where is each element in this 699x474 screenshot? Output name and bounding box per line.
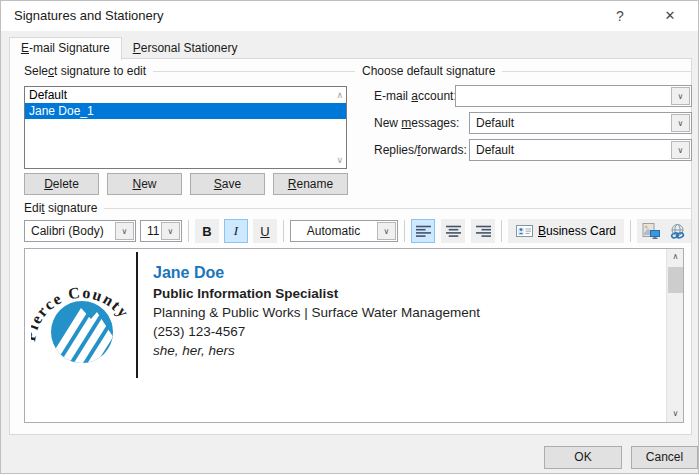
list-item-jane-doe-1[interactable]: Jane Doe_1 (25, 103, 346, 119)
tab-personal-stationery[interactable]: Personal Stationery (122, 38, 249, 59)
email-account-select[interactable]: ∨ (455, 85, 692, 107)
email-signature-tab-page: Select signature to edit Default Jane Do… (9, 58, 692, 435)
chevron-down-icon[interactable]: ∨ (671, 114, 690, 132)
align-right-icon (476, 225, 491, 237)
chevron-down-icon[interactable]: ∨ (336, 155, 343, 165)
chevron-down-icon[interactable]: ∨ (161, 222, 180, 240)
replies-forwards-select[interactable]: Default ∨ (469, 139, 692, 161)
underline-button[interactable]: U (253, 219, 277, 243)
signatures-and-stationery-dialog: Signatures and Stationery ? ✕ E-mail Sig… (0, 0, 699, 474)
formatting-toolbar: Calibri (Body) ∨ 11 ∨ B I U Automatic ∨ (24, 217, 692, 245)
rename-button[interactable]: Rename (273, 173, 348, 195)
signature-editor[interactable]: Pierce County Jane Doe Public Informatio… (24, 248, 684, 423)
chevron-down-icon[interactable]: ∨ (667, 406, 684, 422)
replies-forwards-label: Replies/forwards: (374, 139, 467, 161)
signature-pronouns: she, her, hers (153, 341, 480, 360)
insert-hyperlink-button[interactable] (664, 219, 691, 243)
bold-button[interactable]: B (195, 219, 219, 243)
font-color-select[interactable]: Automatic ∨ (290, 220, 398, 242)
signature-phone: (253) 123-4567 (153, 322, 480, 341)
align-right-button[interactable] (471, 219, 495, 243)
font-color-value: Automatic (291, 221, 376, 241)
ok-button[interactable]: OK (544, 446, 622, 469)
editor-scrollbar[interactable]: ∧ ∨ (666, 249, 683, 422)
delete-button[interactable]: Delete (24, 173, 99, 195)
signature-divider (136, 252, 138, 378)
insert-picture-icon (642, 223, 660, 239)
edit-signature-group-label: Edit signature (24, 201, 692, 215)
align-center-icon (446, 225, 461, 237)
default-signature-group-label: Choose default signature (362, 64, 692, 78)
toolbar-separator (283, 220, 284, 242)
new-messages-value: Default (470, 113, 670, 133)
toolbar-separator (501, 220, 502, 242)
tab-email-signature[interactable]: E-mail Signature (9, 37, 122, 60)
business-card-icon (516, 225, 533, 237)
select-signature-group-label: Select signature to edit (24, 64, 355, 78)
chevron-up-icon[interactable]: ∧ (667, 249, 684, 265)
scrollbar-thumb[interactable] (668, 267, 683, 293)
align-center-button[interactable] (441, 219, 465, 243)
save-button[interactable]: Save (190, 173, 265, 195)
title-bar: Signatures and Stationery ? ✕ (1, 1, 698, 31)
toolbar-separator (404, 220, 405, 242)
signature-job-title: Public Information Specialist (153, 284, 480, 303)
tab-strip: E-mail Signature Personal Stationery (9, 37, 248, 59)
chevron-down-icon[interactable]: ∨ (671, 87, 690, 105)
dialog-title: Signatures and Stationery (14, 1, 164, 31)
signature-name: Jane Doe (153, 262, 480, 284)
font-size-select[interactable]: 11 ∨ (140, 220, 182, 242)
pierce-county-logo: Pierce County (31, 255, 133, 379)
help-icon[interactable]: ? (604, 1, 636, 31)
signature-button-row: Delete New Save Rename (24, 173, 348, 195)
insert-picture-button[interactable] (637, 219, 664, 243)
toolbar-separator (188, 220, 189, 242)
cancel-button[interactable]: Cancel (631, 446, 698, 469)
italic-button[interactable]: I (224, 219, 248, 243)
email-account-value (456, 86, 670, 106)
business-card-button[interactable]: Business Card (508, 219, 624, 243)
font-size-value: 11 (141, 221, 160, 241)
toolbar-separator (630, 220, 631, 242)
chevron-down-icon[interactable]: ∨ (377, 222, 396, 240)
font-value: Calibri (Body) (25, 221, 114, 241)
new-messages-label: New messages: (374, 112, 459, 134)
new-button[interactable]: New (107, 173, 182, 195)
signature-list[interactable]: Default Jane Doe_1 ∧ ∨ (24, 86, 347, 169)
align-left-button[interactable] (411, 219, 435, 243)
replies-forwards-value: Default (470, 140, 670, 160)
signature-text-block: Jane Doe Public Information Specialist P… (153, 262, 480, 360)
font-select[interactable]: Calibri (Body) ∨ (24, 220, 136, 242)
new-messages-select[interactable]: Default ∨ (469, 112, 692, 134)
list-item-default[interactable]: Default (25, 87, 346, 103)
email-account-label: E-mail account: (374, 85, 457, 107)
close-icon[interactable]: ✕ (654, 1, 686, 31)
chevron-down-icon[interactable]: ∨ (671, 141, 690, 159)
signature-department: Planning & Public Works | Surface Water … (153, 303, 480, 322)
chevron-down-icon[interactable]: ∨ (115, 222, 134, 240)
chevron-up-icon[interactable]: ∧ (336, 90, 343, 100)
insert-hyperlink-icon (669, 224, 686, 239)
align-left-icon (416, 225, 431, 237)
